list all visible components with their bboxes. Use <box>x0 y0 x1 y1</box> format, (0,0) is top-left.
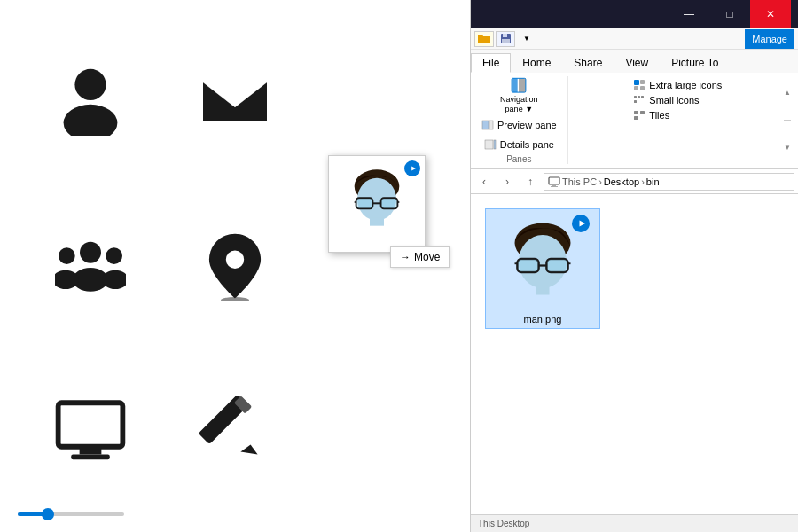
svg-point-7 <box>106 247 122 264</box>
tab-home[interactable]: Home <box>511 53 562 73</box>
slider-thumb[interactable] <box>42 508 54 520</box>
folder-icon-btn[interactable] <box>474 31 494 47</box>
small-icons-label: Small icons <box>649 95 699 106</box>
svg-rect-38 <box>640 80 645 84</box>
svg-rect-33 <box>482 121 489 129</box>
monitor-icon <box>55 396 126 467</box>
svg-rect-49 <box>552 184 556 186</box>
tiles-label: Tiles <box>649 110 669 121</box>
person-icon <box>55 65 126 136</box>
file-area: man.png <box>471 194 798 514</box>
svg-point-10 <box>221 297 249 301</box>
small-icons-option[interactable]: Small icons <box>630 93 725 107</box>
svg-rect-13 <box>71 454 110 459</box>
pencil-icon <box>200 396 270 467</box>
tab-picture-tools[interactable]: Picture To <box>660 53 730 73</box>
ribbon-view-options: Extra large icons Small icons <box>630 76 725 164</box>
group-icon <box>55 231 126 301</box>
address-path[interactable]: This PC › Desktop › bin <box>544 173 794 191</box>
maximize-button[interactable]: □ <box>709 0 750 28</box>
svg-point-1 <box>63 105 117 136</box>
pencil-icon-item[interactable] <box>182 379 288 485</box>
minimize-button[interactable]: — <box>669 0 709 28</box>
extra-large-icons-option[interactable]: Extra large icons <box>630 78 725 92</box>
svg-rect-30 <box>512 78 518 92</box>
svg-point-6 <box>55 270 79 289</box>
tiles-option[interactable]: Tiles <box>630 108 725 122</box>
scroll-down-icon[interactable]: ▼ <box>784 144 791 152</box>
address-bar: ‹ › ↑ This PC › Desktop › bin <box>471 169 798 194</box>
svg-rect-37 <box>634 80 639 85</box>
forward-button[interactable]: › <box>497 172 517 192</box>
file-item-man-png[interactable]: man.png <box>485 208 600 329</box>
scroll-line <box>784 120 791 121</box>
ribbon-scroll-indicator: ▲ ▼ <box>784 76 791 164</box>
quick-access-dropdown[interactable]: ▼ <box>517 31 536 47</box>
close-button[interactable]: ✕ <box>750 0 791 28</box>
manage-button[interactable]: Manage <box>745 29 794 49</box>
svg-rect-60 <box>536 286 550 295</box>
navigation-pane-label: Navigationpane ▼ <box>500 95 538 114</box>
dragged-man-icon[interactable] <box>328 155 426 253</box>
preview-pane-button[interactable]: Preview pane <box>478 115 560 135</box>
svg-rect-44 <box>634 100 637 103</box>
slider-track <box>18 512 124 516</box>
svg-rect-36 <box>494 140 496 149</box>
person-icon-item[interactable] <box>37 47 144 153</box>
move-label: Move <box>414 251 440 263</box>
ribbon: ▼ Manage File Home Share View Picture To <box>471 28 798 169</box>
back-button[interactable]: ‹ <box>474 172 494 192</box>
ribbon-content: Navigationpane ▼ Preview pane Details pa… <box>471 73 798 168</box>
computer-icon <box>548 176 560 188</box>
monitor-icon-item[interactable] <box>37 379 144 485</box>
drag-move-badge <box>404 160 420 176</box>
svg-rect-11 <box>58 403 122 446</box>
svg-rect-34 <box>489 121 493 129</box>
svg-point-5 <box>59 247 75 264</box>
tab-view[interactable]: View <box>614 53 660 73</box>
path-this-pc: This PC <box>562 176 597 187</box>
svg-point-9 <box>226 251 244 269</box>
ribbon-tabs: File Home Share View Picture To <box>471 50 798 73</box>
svg-rect-46 <box>640 111 645 114</box>
preview-pane-label: Preview pane <box>497 120 557 130</box>
zoom-slider[interactable] <box>18 505 124 523</box>
floppy-icon-btn[interactable] <box>496 31 515 47</box>
tab-file[interactable]: File <box>471 53 511 73</box>
svg-rect-25 <box>381 199 396 208</box>
svg-rect-42 <box>638 96 640 98</box>
location-icon-item[interactable] <box>182 213 288 319</box>
svg-rect-58 <box>518 260 538 272</box>
move-tooltip: → Move <box>390 246 450 268</box>
mail-icon-item[interactable] <box>182 47 288 153</box>
status-bar: This Desktop <box>471 514 798 532</box>
svg-point-3 <box>80 242 101 263</box>
title-bar: — □ ✕ <box>471 0 798 28</box>
svg-rect-50 <box>551 186 558 187</box>
scroll-up-icon[interactable]: ▲ <box>784 89 791 97</box>
file-name-label: man.png <box>524 314 562 325</box>
path-desktop: Desktop <box>604 176 639 187</box>
svg-rect-26 <box>370 217 384 225</box>
svg-rect-29 <box>502 39 510 43</box>
details-pane-label: Details pane <box>500 139 554 150</box>
extra-large-icon <box>633 79 645 91</box>
svg-rect-28 <box>503 34 507 37</box>
navigation-pane-button[interactable]: Navigationpane ▼ <box>497 76 541 115</box>
path-sep-1: › <box>598 176 602 187</box>
svg-rect-40 <box>640 86 645 90</box>
mail-icon <box>200 65 270 136</box>
details-pane-button[interactable]: Details pane <box>481 135 558 154</box>
empty-slot-1 <box>326 47 433 153</box>
up-button[interactable]: ↑ <box>520 172 540 192</box>
group-icon-item[interactable] <box>37 213 144 319</box>
svg-rect-47 <box>634 116 638 120</box>
svg-rect-24 <box>356 199 372 208</box>
tab-share[interactable]: Share <box>562 53 614 73</box>
path-sep-2: › <box>641 176 645 187</box>
svg-point-0 <box>74 69 106 100</box>
panes-group-label: Panes <box>506 154 531 164</box>
svg-rect-39 <box>634 86 638 90</box>
small-icon <box>633 94 645 106</box>
svg-marker-15 <box>240 444 257 454</box>
